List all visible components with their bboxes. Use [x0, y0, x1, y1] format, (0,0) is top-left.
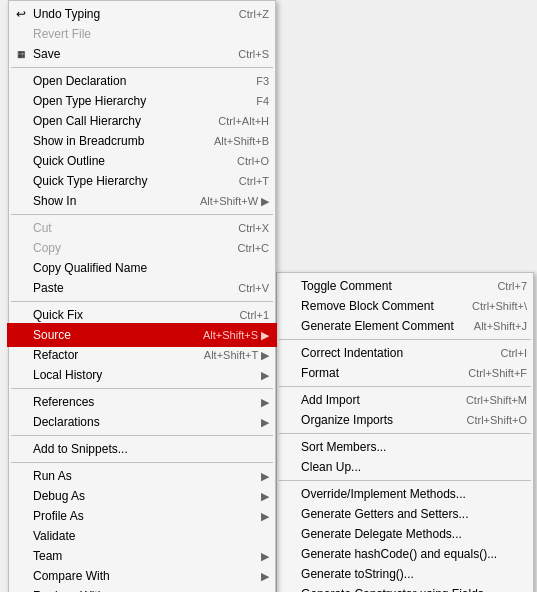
menu-item-undo[interactable]: ↩ Undo Typing Ctrl+Z — [9, 4, 275, 24]
menu-item-quick-fix[interactable]: Quick Fix Ctrl+1 — [9, 305, 275, 325]
submenu-organize-imports[interactable]: Organize Imports Ctrl+Shift+O — [277, 410, 533, 430]
menu-item-show-in[interactable]: Show In Alt+Shift+W ▶ — [9, 191, 275, 211]
menu-item-validate[interactable]: Validate — [9, 526, 275, 546]
menu-item-open-type-hierarchy[interactable]: Open Type Hierarchy F4 — [9, 91, 275, 111]
context-menu-container: ↩ Undo Typing Ctrl+Z Revert File ▦ Save … — [8, 0, 534, 592]
menu-item-open-declaration[interactable]: Open Declaration F3 — [9, 71, 275, 91]
menu-item-cut[interactable]: Cut Ctrl+X — [9, 218, 275, 238]
divider-4 — [11, 388, 273, 389]
menu-wrapper: ↩ Undo Typing Ctrl+Z Revert File ▦ Save … — [8, 0, 534, 592]
menu-item-source[interactable]: Source Alt+Shift+S ▶ — [9, 325, 275, 345]
submenu-correct-indentation[interactable]: Correct Indentation Ctrl+I — [277, 343, 533, 363]
submenu-generate-delegate[interactable]: Generate Delegate Methods... — [277, 524, 533, 544]
menu-item-open-call-hierarchy[interactable]: Open Call Hierarchy Ctrl+Alt+H — [9, 111, 275, 131]
menu-item-declarations[interactable]: Declarations ▶ — [9, 412, 275, 432]
menu-item-quick-outline[interactable]: Quick Outline Ctrl+O — [9, 151, 275, 171]
sub-divider-1 — [279, 339, 531, 340]
menu-item-quick-type-hierarchy[interactable]: Quick Type Hierarchy Ctrl+T — [9, 171, 275, 191]
submenu-override-implement[interactable]: Override/Implement Methods... — [277, 484, 533, 504]
menu-item-run-as[interactable]: Run As ▶ — [9, 466, 275, 486]
submenu-clean-up[interactable]: Clean Up... — [277, 457, 533, 477]
menu-item-copy-qualified-name[interactable]: Copy Qualified Name — [9, 258, 275, 278]
divider-3 — [11, 301, 273, 302]
submenu-generate-hashcode-equals[interactable]: Generate hashCode() and equals()... — [277, 544, 533, 564]
sub-divider-4 — [279, 480, 531, 481]
submenu-format[interactable]: Format Ctrl+Shift+F — [277, 363, 533, 383]
menu-item-save[interactable]: ▦ Save Ctrl+S — [9, 44, 275, 64]
undo-icon: ↩ — [13, 7, 29, 21]
primary-context-menu: ↩ Undo Typing Ctrl+Z Revert File ▦ Save … — [8, 0, 276, 592]
submenu-add-import[interactable]: Add Import Ctrl+Shift+M — [277, 390, 533, 410]
submenu-generate-constructor-fields[interactable]: Generate Constructor using Fields... — [277, 584, 533, 592]
menu-item-compare-with[interactable]: Compare With ▶ — [9, 566, 275, 586]
submenu-sort-members[interactable]: Sort Members... — [277, 437, 533, 457]
submenu-generate-tostring[interactable]: Generate toString()... — [277, 564, 533, 584]
divider-2 — [11, 214, 273, 215]
menu-item-copy[interactable]: Copy Ctrl+C — [9, 238, 275, 258]
divider-6 — [11, 462, 273, 463]
menu-item-profile-as[interactable]: Profile As ▶ — [9, 506, 275, 526]
menu-item-add-snippets[interactable]: Add to Snippets... — [9, 439, 275, 459]
menu-item-team[interactable]: Team ▶ — [9, 546, 275, 566]
menu-item-revert[interactable]: Revert File — [9, 24, 275, 44]
submenu-toggle-comment[interactable]: Toggle Comment Ctrl+7 — [277, 276, 533, 296]
source-submenu: Toggle Comment Ctrl+7 Remove Block Comme… — [276, 272, 534, 592]
sub-divider-3 — [279, 433, 531, 434]
menu-item-paste[interactable]: Paste Ctrl+V — [9, 278, 275, 298]
menu-item-debug-as[interactable]: Debug As ▶ — [9, 486, 275, 506]
menu-item-show-breadcrumb[interactable]: Show in Breadcrumb Alt+Shift+B — [9, 131, 275, 151]
divider-1 — [11, 67, 273, 68]
submenu-generate-getters-setters[interactable]: Generate Getters and Setters... — [277, 504, 533, 524]
sub-divider-2 — [279, 386, 531, 387]
menu-item-local-history[interactable]: Local History ▶ — [9, 365, 275, 385]
menu-item-replace-with[interactable]: Replace With ▶ — [9, 586, 275, 592]
save-icon: ▦ — [13, 49, 29, 59]
submenu-generate-element-comment[interactable]: Generate Element Comment Alt+Shift+J — [277, 316, 533, 336]
divider-5 — [11, 435, 273, 436]
menu-item-references[interactable]: References ▶ — [9, 392, 275, 412]
menu-item-refactor[interactable]: Refactor Alt+Shift+T ▶ — [9, 345, 275, 365]
submenu-remove-block-comment[interactable]: Remove Block Comment Ctrl+Shift+\ — [277, 296, 533, 316]
